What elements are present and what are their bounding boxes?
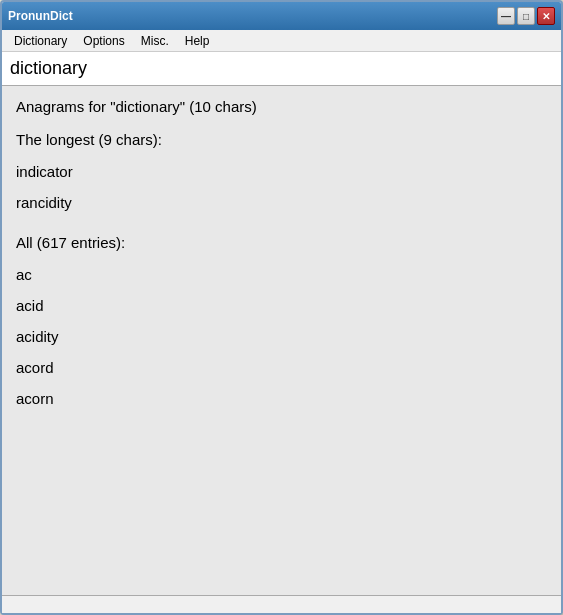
close-button[interactable]: ✕ <box>537 7 555 25</box>
search-bar <box>2 52 561 86</box>
longest-header: The longest (9 chars): <box>16 131 547 148</box>
content-area: Anagrams for "dictionary" (10 chars) The… <box>2 86 561 595</box>
window-controls: — □ ✕ <box>497 7 555 25</box>
menu-help[interactable]: Help <box>177 32 218 50</box>
all-header: All (617 entries): <box>16 234 547 251</box>
menu-misc[interactable]: Misc. <box>133 32 177 50</box>
status-bar <box>2 595 561 613</box>
list-item: ac <box>16 259 547 290</box>
menu-dictionary[interactable]: Dictionary <box>6 32 75 50</box>
anagram-header: Anagrams for "dictionary" (10 chars) <box>16 98 547 115</box>
maximize-button[interactable]: □ <box>517 7 535 25</box>
list-item: acord <box>16 352 547 383</box>
list-item: indicator <box>16 156 547 187</box>
search-input[interactable] <box>10 58 553 79</box>
list-item: rancidity <box>16 187 547 218</box>
menu-bar: Dictionary Options Misc. Help <box>2 30 561 52</box>
list-item: acorn <box>16 383 547 414</box>
minimize-button[interactable]: — <box>497 7 515 25</box>
list-item: acid <box>16 290 547 321</box>
list-item: acidity <box>16 321 547 352</box>
window-title: PronunDict <box>8 9 73 23</box>
menu-options[interactable]: Options <box>75 32 132 50</box>
title-bar: PronunDict — □ ✕ <box>2 2 561 30</box>
app-window: PronunDict — □ ✕ Dictionary Options Misc… <box>0 0 563 615</box>
content-scroll[interactable]: Anagrams for "dictionary" (10 chars) The… <box>2 86 561 595</box>
